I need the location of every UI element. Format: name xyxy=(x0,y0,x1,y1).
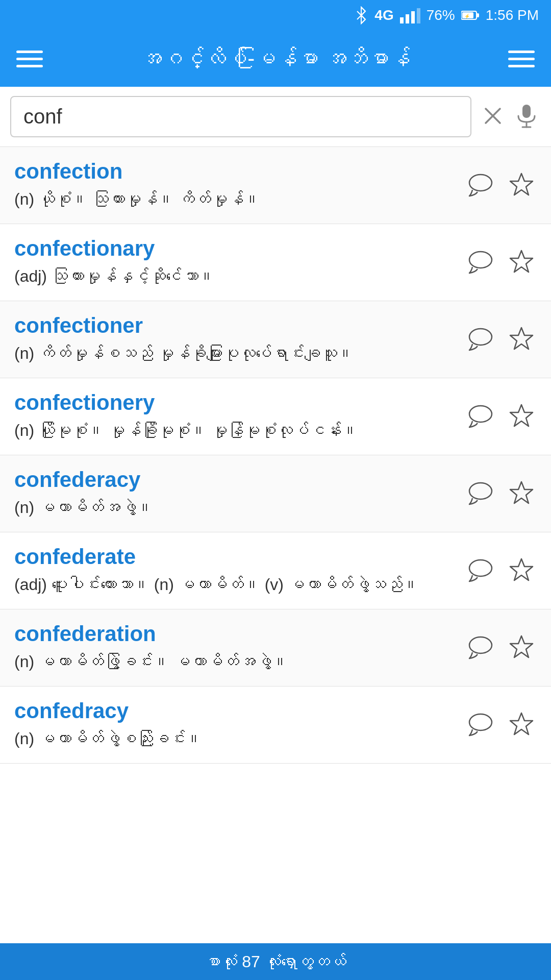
result-definition: (n) မဟာမိတ်ဖွဲ့စည်းခြင်း။ xyxy=(14,726,457,751)
svg-marker-33 xyxy=(510,713,533,734)
star-icon xyxy=(508,480,535,506)
list-item[interactable]: confectionary (adj) သကြားမှုန်နှင့်ဆိုင်… xyxy=(0,224,551,301)
status-icons: 4G 76% ⚡ 1:56 PM xyxy=(354,6,539,24)
result-content: confederate (adj) ပူးပေါင်းထားသော။ (n) မ… xyxy=(14,545,457,597)
clear-button[interactable] xyxy=(480,103,506,131)
star-icon xyxy=(508,403,535,429)
result-definition: (n) မဟာမိတ်ဖွဲ့ခြင်း။ မဟာမိတ်အဖွဲ့။ xyxy=(14,649,457,674)
comment-button[interactable] xyxy=(465,632,496,664)
results-list: confection (n) ယိုစုံ။ သကြားမှုန်။ ကိတ်မ… xyxy=(0,147,551,943)
svg-rect-7 xyxy=(411,11,415,23)
footer-text: စာလုံး 87 လုံးရှာတွေ့တယ် xyxy=(205,952,346,971)
result-actions xyxy=(465,632,537,664)
svg-rect-5 xyxy=(400,17,404,23)
result-definition: (n) ယိုစုံ။ သကြားမှုန်။ ကိတ်မှုန်။ xyxy=(14,187,457,211)
app-header: အင်္ဂလိပ်-မြန်မာ အဘိဓာန် xyxy=(0,31,551,87)
favorite-button[interactable] xyxy=(506,555,537,587)
result-word: confederation xyxy=(14,622,457,646)
close-icon xyxy=(484,107,502,125)
favorite-button[interactable] xyxy=(506,401,537,433)
comment-button[interactable] xyxy=(465,169,496,202)
chat-bubble-icon xyxy=(467,480,494,506)
favorite-button[interactable] xyxy=(506,169,537,202)
comment-button[interactable] xyxy=(465,324,496,356)
star-icon xyxy=(508,557,535,583)
result-definition: (adj) သကြားမှုန်နှင့်ဆိုင်သော။ xyxy=(14,264,457,288)
comment-button[interactable] xyxy=(465,401,496,433)
result-actions xyxy=(465,247,537,279)
result-word: confectioner xyxy=(14,313,457,338)
star-icon xyxy=(508,711,535,738)
result-actions xyxy=(465,169,537,202)
svg-rect-6 xyxy=(406,14,409,23)
right-menu-button[interactable] xyxy=(508,51,535,67)
list-item[interactable]: confection (n) ယိုစုံ။ သကြားမှုန်။ ကိတ်မ… xyxy=(0,147,551,224)
svg-marker-23 xyxy=(510,328,533,349)
result-content: confectioner (n) ကိတ်မှုန်စသည် မှုန်ခိုမ… xyxy=(14,313,457,365)
svg-rect-15 xyxy=(522,105,531,118)
favorite-button[interactable] xyxy=(506,324,537,356)
chat-bubble-icon xyxy=(467,172,494,198)
battery-icon: ⚡ xyxy=(461,10,480,20)
result-actions xyxy=(465,401,537,433)
time-label: 1:56 PM xyxy=(486,7,539,23)
result-content: confection (n) ယိုစုံ။ သကြားမှုန်။ ကိတ်မ… xyxy=(14,159,457,211)
comment-button[interactable] xyxy=(465,247,496,279)
comment-button[interactable] xyxy=(465,555,496,587)
chat-bubble-icon xyxy=(467,634,494,660)
favorite-button[interactable] xyxy=(506,478,537,510)
bluetooth-icon xyxy=(354,6,368,24)
mic-button[interactable] xyxy=(512,100,541,134)
result-definition: (n) ယိုမြုစုံ။ မှုန်ခိုမြုစုံ။ မှုန်မြုစ… xyxy=(14,418,457,443)
svg-marker-29 xyxy=(510,559,533,580)
result-definition: (adj) ပူးပေါင်းထားသော။ (n) မဟာမိတ်။ (v) … xyxy=(14,572,457,597)
signal-icon xyxy=(400,7,420,23)
favorite-button[interactable] xyxy=(506,247,537,279)
result-content: confectionary (adj) သကြားမှုန်နှင့်ဆိုင်… xyxy=(14,236,457,288)
result-actions xyxy=(465,555,537,587)
list-item[interactable]: confectioner (n) ကိတ်မှုန်စသည် မှုန်ခိုမ… xyxy=(0,301,551,378)
list-item[interactable]: confederation (n) မဟာမိတ်ဖွဲ့ခြင်း။ မဟာမ… xyxy=(0,609,551,687)
comment-button[interactable] xyxy=(465,709,496,741)
result-content: confederacy (n) မဟာမိတ်အဖွဲ့။ xyxy=(14,468,457,520)
result-definition: (n) ကိတ်မှုန်စသည် မှုန်ခိုများပြုလုပ်ရော… xyxy=(14,341,457,365)
result-actions xyxy=(465,709,537,741)
result-actions xyxy=(465,324,537,356)
chat-bubble-icon xyxy=(467,249,494,275)
list-item[interactable]: confectionery (n) ယိုမြုစုံ။ မှုန်ခိုမြု… xyxy=(0,378,551,455)
list-item[interactable]: confederate (adj) ပူးပေါင်းထားသော။ (n) မ… xyxy=(0,532,551,609)
list-item[interactable]: confederacy (n) မဟာမိတ်အဖွဲ့။ xyxy=(0,455,551,532)
star-icon xyxy=(508,326,535,352)
list-item[interactable]: confedracy (n) မဟာမိတ်ဖွဲ့စည်းခြင်း။ xyxy=(0,687,551,764)
left-menu-button[interactable] xyxy=(16,51,43,67)
svg-point-24 xyxy=(469,406,492,422)
result-word: confedracy xyxy=(14,699,457,723)
favorite-button[interactable] xyxy=(506,632,537,664)
svg-point-26 xyxy=(469,483,492,499)
search-bar xyxy=(0,87,551,147)
chat-bubble-icon xyxy=(467,403,494,429)
star-icon xyxy=(508,249,535,275)
search-input[interactable] xyxy=(10,96,471,137)
chat-bubble-icon xyxy=(467,557,494,583)
app-title: အင်္ဂလိပ်-မြန်မာ အဘိဓာန် xyxy=(140,46,411,71)
footer: စာလုံး 87 လုံးရှာတွေ့တယ် xyxy=(0,943,551,980)
favorite-button[interactable] xyxy=(506,709,537,741)
result-word: confederacy xyxy=(14,468,457,492)
result-actions xyxy=(465,478,537,510)
result-content: confederation (n) မဟာမိတ်ဖွဲ့ခြင်း။ မဟာမ… xyxy=(14,622,457,674)
chat-bubble-icon xyxy=(467,326,494,352)
result-word: confederate xyxy=(14,545,457,569)
svg-point-30 xyxy=(469,637,492,653)
svg-marker-21 xyxy=(510,251,533,272)
svg-line-2 xyxy=(361,11,365,15)
result-word: confection xyxy=(14,159,457,184)
svg-rect-10 xyxy=(477,13,479,17)
comment-button[interactable] xyxy=(465,478,496,510)
svg-marker-27 xyxy=(510,482,533,503)
svg-text:⚡: ⚡ xyxy=(464,13,470,19)
svg-rect-8 xyxy=(417,8,420,23)
result-definition: (n) မဟာမိတ်အဖွဲ့။ xyxy=(14,495,457,520)
star-icon xyxy=(508,172,535,198)
chat-bubble-icon xyxy=(467,711,494,738)
